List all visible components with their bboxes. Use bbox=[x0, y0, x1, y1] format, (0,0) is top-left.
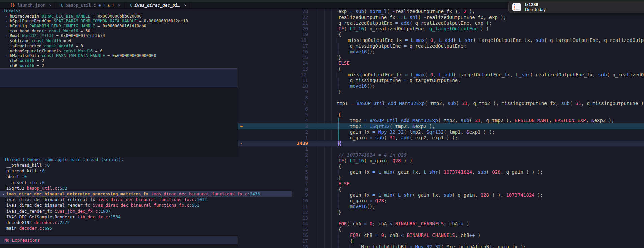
line-number[interactable]: 9 bbox=[251, 89, 308, 95]
line-number[interactable]: 14 bbox=[251, 221, 308, 227]
line-number[interactable]: 12 bbox=[251, 72, 306, 78]
stack-frame-selected[interactable]: ▸ivas_dirac_dec_binaural_determine_proce… bbox=[0, 191, 292, 197]
close-icon[interactable]: × bbox=[48, 3, 52, 8]
line-number[interactable]: 13 bbox=[251, 66, 308, 72]
expand-arrow-icon[interactable]: ▸ bbox=[0, 14, 7, 19]
code-line-execution[interactable]: ➔3▏ tmp2 = ISqrt32( tmp2, &exp2 ); bbox=[238, 123, 644, 129]
stack-frame[interactable]: ivas_dirac_dec_binaural_render_fx ivas_d… bbox=[0, 202, 238, 208]
stack-frame[interactable]: decodeG192 decoder.c:2372 bbox=[0, 220, 238, 225]
code-line[interactable]: 10▏ q_gain = Q28; bbox=[238, 198, 644, 204]
line-number[interactable]: 4 bbox=[251, 164, 308, 169]
line-number[interactable]: 8 bbox=[251, 95, 308, 101]
code-line[interactable]: 12▏ missingOutputEne_fx = L_max( 0, L_ad… bbox=[238, 72, 644, 78]
code-line[interactable]: 9} bbox=[238, 89, 644, 95]
tab-basop-util-c[interactable]: Cbasop_util.c◉ 1▲ 1× bbox=[56, 2, 125, 8]
code-line[interactable]: 12} bbox=[238, 210, 644, 215]
stack-frame[interactable]: pthread_kill :0 bbox=[0, 168, 238, 174]
code-line[interactable]: 19{ bbox=[238, 32, 644, 37]
line-number[interactable]: 20 bbox=[251, 26, 308, 32]
line-number[interactable]: 17 bbox=[251, 43, 308, 49]
stack-frame[interactable]: IVAS_DEC_GetSamplesRenderer lib_dec_fx.c… bbox=[0, 214, 238, 220]
stack-frame[interactable]: __assert_rtn :0 bbox=[0, 180, 238, 185]
code-line[interactable]: 13{ bbox=[238, 66, 644, 72]
expand-arrow-icon[interactable]: ▸ bbox=[0, 53, 7, 58]
line-number[interactable]: 23 bbox=[251, 9, 308, 15]
line-number[interactable]: 21 bbox=[251, 20, 308, 26]
line-number[interactable]: 1 bbox=[251, 146, 308, 152]
line-number[interactable]: 10 bbox=[251, 198, 308, 204]
code-line-current[interactable]: ▸2439} bbox=[238, 141, 644, 146]
code-line[interactable]: 17▏ { bbox=[238, 238, 644, 244]
locals-header[interactable]: ▾Locals: bbox=[0, 9, 238, 14]
code-line[interactable]: 11▏ q_missingOutputEne = q_targetOutputE… bbox=[238, 78, 644, 83]
code-line[interactable]: 15{ bbox=[238, 227, 644, 232]
code-line[interactable]: 22realizedOutputEne_fx = L_shl( -realize… bbox=[238, 15, 644, 20]
code-line[interactable]: 21q_realizedOutputEne = add( q_realizedO… bbox=[238, 20, 644, 26]
line-number[interactable]: 17 bbox=[251, 238, 308, 244]
code-line[interactable]: 14FOR( chA = 0; chA < BINAURAL_CHANNELS;… bbox=[238, 221, 644, 227]
code-line[interactable]: 6} bbox=[238, 175, 644, 181]
line-number[interactable]: 6 bbox=[251, 175, 308, 181]
line-number[interactable]: 15 bbox=[251, 55, 308, 60]
code-line[interactable]: 15} bbox=[238, 55, 644, 60]
code-line[interactable]: 2▏ gain_fx = Mpy_32_32( tmp2, Sqrt32( tm… bbox=[238, 129, 644, 135]
code-line[interactable]: 13 bbox=[238, 215, 644, 221]
line-number[interactable]: 15 bbox=[251, 227, 308, 232]
line-number[interactable]: 22 bbox=[251, 15, 308, 20]
line-number[interactable]: 5 bbox=[251, 112, 308, 118]
locals-variable-row[interactable]: ▸ hMasaIsmData const MASA_ISM_DATA_HANDL… bbox=[0, 53, 238, 58]
locals-variable-row[interactable]: ▸ Rmat Word32 (*)[3] = 0x000000016fdf3b7… bbox=[0, 33, 238, 38]
code-line[interactable]: 7ELSE bbox=[238, 181, 644, 187]
stack-frame[interactable]: __pthread_kill :0 bbox=[0, 162, 238, 168]
line-number[interactable]: 10 bbox=[251, 83, 308, 89]
line-number[interactable]: 7 bbox=[251, 101, 306, 106]
stack-frame[interactable]: main decoder.c:695 bbox=[0, 225, 238, 231]
code-editor[interactable]: 23exp = sub( norm_l( -realizedOutputEne_… bbox=[238, 9, 644, 248]
stack-frame[interactable]: ivas_dirac_dec_binaural_internal_fx ivas… bbox=[0, 197, 238, 202]
line-number[interactable]: 5 bbox=[251, 169, 308, 175]
line-number[interactable]: 1 bbox=[251, 135, 308, 141]
line-number[interactable]: 2439 bbox=[251, 141, 308, 146]
line-number[interactable]: 4 bbox=[251, 118, 308, 123]
stack-frame[interactable]: ivas_dec_render_fx ivas_jbm_dec_fx.c:190… bbox=[0, 208, 238, 214]
expand-arrow-icon[interactable]: ▸ bbox=[0, 33, 7, 38]
code-line[interactable]: 1 bbox=[238, 146, 644, 152]
code-line[interactable]: 5▏ gain_fx = L_min( gain_fx, L_shr( 1073… bbox=[238, 169, 644, 175]
line-number[interactable]: 7 bbox=[251, 181, 308, 187]
line-number[interactable]: 13 bbox=[251, 215, 308, 221]
code-line[interactable]: 16▏ move16(); bbox=[238, 49, 644, 55]
code-line[interactable]: 6 bbox=[238, 106, 644, 112]
code-line[interactable]: 17▏ q_missingOutputEne = q_realizedOutpu… bbox=[238, 43, 644, 49]
code-line[interactable]: 7tmp1 = BASOP_Util_Add_Mant32Exp( tmp2, … bbox=[238, 101, 644, 106]
tab-ivas-dirac-dec-bi-[interactable]: Civas_dirac_dec_bi…× bbox=[125, 2, 191, 8]
line-number[interactable]: 18 bbox=[251, 244, 308, 248]
code-line[interactable]: 4{ bbox=[238, 164, 644, 169]
locals-variable-row[interactable]: ▸ hDiracDecBin DIRAC_DEC_BIN_HANDLE = 0x… bbox=[0, 14, 238, 19]
code-line[interactable]: 18▏ ▏ Mre_fx[chA][chB] = Mpy_32_32( Mre_… bbox=[238, 244, 644, 248]
line-number[interactable]: 3 bbox=[251, 158, 308, 164]
code-line[interactable]: 20IF( LT_16( q_realizedOutputEne, q_targ… bbox=[238, 26, 644, 32]
tab-launch-json[interactable]: {}launch.json× bbox=[6, 2, 56, 8]
line-number[interactable]: 2 bbox=[251, 152, 308, 158]
close-icon[interactable]: × bbox=[116, 3, 120, 8]
line-number[interactable]: 18 bbox=[251, 37, 306, 43]
close-icon[interactable]: × bbox=[183, 3, 187, 8]
line-number[interactable]: 14 bbox=[251, 60, 308, 66]
line-number[interactable]: 12 bbox=[251, 210, 308, 215]
stack-frame[interactable]: abort :0 bbox=[0, 174, 238, 180]
line-number[interactable]: 19 bbox=[251, 32, 308, 37]
code-line[interactable]: 3IF( LT_16( q_gain, Q28 ) ) bbox=[238, 158, 644, 164]
line-number[interactable]: 11 bbox=[251, 78, 308, 83]
stack-frame[interactable]: ISqrt32 basop_util.c:532 bbox=[0, 185, 238, 191]
line-number[interactable]: 11 bbox=[251, 204, 308, 210]
code-line[interactable]: 9▏ gain_fx = L_min( L_shr( gain_fx, sub(… bbox=[238, 192, 644, 198]
code-line[interactable]: 8{ bbox=[238, 187, 644, 192]
code-line[interactable]: 14ELSE bbox=[238, 60, 644, 66]
code-line[interactable]: 10▏ move16(); bbox=[238, 83, 644, 89]
expand-arrow-icon[interactable]: ▸ bbox=[0, 24, 7, 29]
locals-variable-row[interactable]: ▸ hConfig PARAMBIN_REND_CONFIG_HANDLE = … bbox=[0, 24, 238, 29]
line-number[interactable]: 6 bbox=[251, 106, 308, 112]
reminder-notification[interactable]: lx1286 Due Today bbox=[508, 1, 644, 13]
code-line[interactable]: 16▏ FOR( chB = 0; chB < BINAURAL_CHANNEL… bbox=[238, 232, 644, 238]
code-line[interactable]: 2// 1073741824 = 4 in Q28 bbox=[238, 152, 644, 158]
